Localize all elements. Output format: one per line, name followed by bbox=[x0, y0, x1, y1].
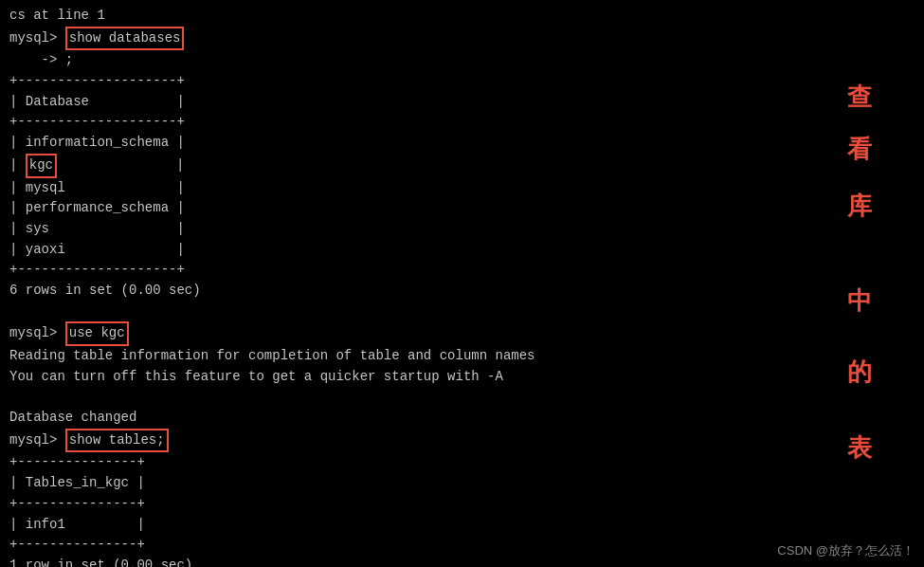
tables-header: | Tables_in_kgc | bbox=[9, 473, 915, 494]
continuation-text: -> ; bbox=[9, 50, 73, 71]
rows-count-1: 6 rows in set (0.00 sec) bbox=[9, 281, 915, 302]
border-3: +--------------------+ bbox=[9, 260, 915, 281]
blank-2 bbox=[9, 387, 915, 408]
db-row-kgc: | kgc | bbox=[9, 154, 915, 178]
continuation-line: -> ; bbox=[9, 50, 915, 71]
db-row-1: | information_schema | bbox=[9, 133, 915, 154]
use-kgc-line: mysql> use kgc bbox=[9, 321, 915, 346]
db-row-4: | sys | bbox=[9, 219, 915, 240]
db-row-3: | performance_schema | bbox=[9, 198, 915, 219]
prompt-1: mysql> bbox=[9, 28, 65, 49]
border-5: +---------------+ bbox=[9, 494, 915, 515]
prompt-2: mysql> bbox=[9, 323, 65, 344]
border-4: +---------------+ bbox=[9, 452, 915, 473]
border-2: +--------------------+ bbox=[9, 112, 915, 133]
annotation-cha: 查 bbox=[847, 81, 872, 114]
csdn-watermark: CSDN @放弃？怎么活！ bbox=[777, 542, 915, 559]
use-kgc-cmd: use kgc bbox=[65, 321, 129, 346]
table-row-info1: | info1 | bbox=[9, 515, 915, 536]
prompt-3: mysql> bbox=[9, 430, 65, 451]
blank-1 bbox=[9, 302, 915, 322]
show-databases-line: mysql> show databases bbox=[9, 27, 915, 51]
db-row-2: | mysql | bbox=[9, 178, 915, 199]
db-row-5: | yaoxi | bbox=[9, 240, 915, 261]
annotation-ku: 库 bbox=[847, 190, 872, 223]
annotation-biao: 表 bbox=[847, 431, 872, 465]
header-row: | Database | bbox=[9, 92, 915, 113]
terminal: cs at line 1 mysql> show databases -> ; … bbox=[0, 0, 924, 567]
border-1: +--------------------+ bbox=[9, 71, 915, 92]
show-tables-cmd: show tables; bbox=[65, 429, 169, 453]
annotation-kan: 看 bbox=[847, 133, 872, 166]
show-databases-cmd: show databases bbox=[65, 27, 185, 51]
show-tables-line: mysql> show tables; bbox=[9, 429, 915, 453]
prev-line: cs at line 1 bbox=[9, 6, 915, 27]
turn-off-line: You can turn off this feature to get a q… bbox=[9, 367, 915, 388]
reading-table-line: Reading table information for completion… bbox=[9, 346, 915, 367]
annotation-de: 的 bbox=[847, 356, 872, 389]
db-changed-line: Database changed bbox=[9, 408, 915, 429]
annotation-zhong: 中 bbox=[847, 284, 872, 318]
kgc-highlight: kgc bbox=[26, 154, 57, 178]
